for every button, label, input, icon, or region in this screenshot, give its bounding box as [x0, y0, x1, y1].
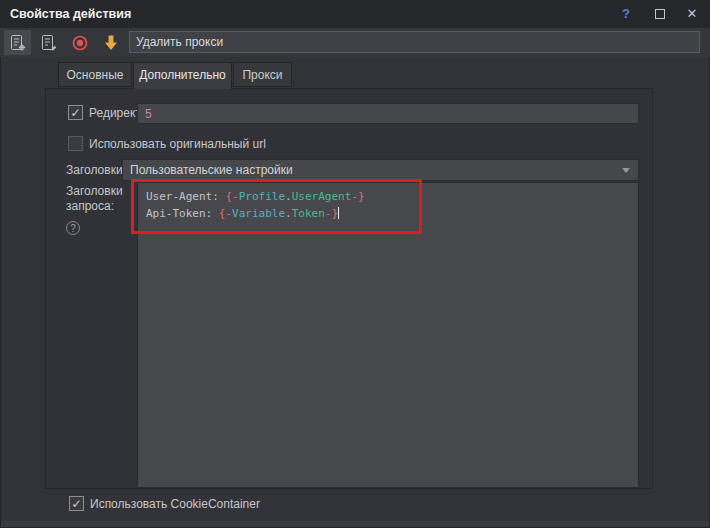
text-caret: [338, 207, 339, 219]
redirect-label: Редирект: [89, 106, 141, 120]
close-icon: ✕: [687, 6, 698, 21]
record-icon: [71, 34, 89, 52]
document-pencil-icon: [40, 34, 58, 52]
headers-mode-select[interactable]: Пользовательские настройки: [122, 159, 639, 181]
titlebar: Свойства действия ? ✕: [0, 0, 710, 28]
maximize-icon: [655, 9, 665, 19]
cookie-container-label: Использовать CookieContainer: [90, 497, 260, 511]
cookie-container-checkbox[interactable]: ✓: [69, 496, 84, 511]
tab-proxy[interactable]: Прокси: [233, 62, 292, 87]
maximize-button[interactable]: [647, 0, 673, 28]
action-properties-button[interactable]: [4, 30, 31, 55]
original-url-label: Использовать оригинальный url: [89, 137, 266, 151]
down-arrow-icon: [102, 34, 120, 52]
request-headers-help-icon[interactable]: ?: [66, 221, 80, 235]
document-gear-icon: [9, 34, 27, 52]
request-headers-label-line2: запроса:: [66, 199, 114, 213]
dropdown-arrow-icon: [622, 168, 630, 173]
help-icon: ?: [622, 6, 630, 21]
tab-basic[interactable]: Основные: [58, 62, 132, 87]
help-button[interactable]: ?: [613, 0, 639, 28]
toolbar: [0, 28, 710, 57]
original-url-checkbox[interactable]: [68, 136, 83, 151]
action-name-input[interactable]: [129, 31, 700, 53]
record-button[interactable]: [66, 30, 93, 55]
window-title: Свойства действия: [10, 0, 131, 28]
request-headers-label-line1: Заголовки: [66, 184, 123, 198]
window-bottom-edge: [1, 521, 709, 527]
run-action-button[interactable]: [97, 30, 124, 55]
edit-action-button[interactable]: [35, 30, 62, 55]
close-button[interactable]: ✕: [679, 0, 705, 28]
redirect-checkbox[interactable]: ✓: [68, 105, 83, 120]
headers-mode-selected-option: Пользовательские настройки: [130, 163, 293, 177]
request-headers-editor[interactable]: User-Agent: {-Profile.UserAgent-}Api-Tok…: [137, 182, 639, 488]
code-line: Api-Token: {-Variable.Token-}: [146, 205, 630, 222]
action-properties-dialog: Свойства действия ? ✕: [0, 0, 710, 528]
headers-label: Заголовки:: [66, 163, 126, 177]
redirect-count-input[interactable]: [137, 103, 639, 124]
tab-advanced[interactable]: Дополнительно: [133, 62, 232, 89]
code-line: User-Agent: {-Profile.UserAgent-}: [146, 188, 630, 205]
